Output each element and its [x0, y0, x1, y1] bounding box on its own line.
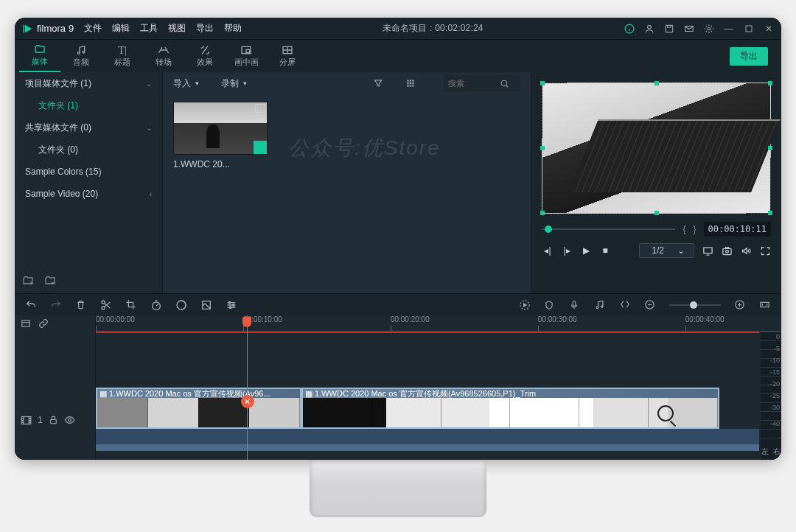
svg-rect-18 [407, 85, 408, 86]
sidebar-item-folder-1[interactable]: 文件夹 (1) [15, 94, 162, 116]
audio-waveform-row[interactable] [96, 429, 759, 451]
playhead-handle[interactable] [242, 317, 251, 327]
timeline-options-icon[interactable] [21, 318, 31, 329]
mark-in-button[interactable]: { [682, 224, 685, 234]
svg-rect-14 [412, 80, 413, 81]
import-dropdown[interactable]: 导入 ▾ [173, 77, 199, 90]
preview-viewport[interactable] [542, 83, 771, 214]
preview-timecode: 00:00:10:11 [704, 222, 771, 237]
filter-icon[interactable] [373, 78, 383, 88]
maximize-icon[interactable] [743, 23, 754, 34]
volume-icon[interactable] [740, 245, 752, 256]
voiceover-icon[interactable] [569, 299, 581, 311]
render-icon[interactable] [519, 299, 531, 311]
time-ruler[interactable]: 00:00:00:00 00:00:10:00 00:00:20:00 00:0… [96, 315, 781, 332]
tab-title[interactable]: T|标题 [102, 40, 143, 72]
zoom-out-icon[interactable] [644, 299, 656, 311]
timeline-clip-1[interactable]: ▦1.WWDC 2020 Mac os 官方宣传视频(Av96... [96, 388, 301, 429]
zoom-slider[interactable] [669, 304, 721, 306]
eye-icon[interactable] [64, 416, 75, 424]
timeline-clip-2[interactable]: ▦1.WWDC 2020 Mac os 官方宣传视频(Av968526605,P… [301, 388, 719, 429]
svg-point-8 [83, 51, 85, 53]
export-button[interactable]: 导出 [730, 47, 768, 66]
search-input[interactable] [444, 75, 520, 91]
minimize-icon[interactable]: — [723, 23, 734, 34]
svg-rect-17 [412, 83, 413, 84]
menu-export[interactable]: 导出 [196, 22, 214, 35]
playhead[interactable]: ✕ [247, 315, 248, 460]
sidebar-item-sample-colors[interactable]: Sample Colors (15) [15, 161, 162, 183]
tab-transition[interactable]: 转场 [143, 40, 184, 72]
svg-point-24 [725, 250, 728, 253]
snapshot-icon[interactable] [721, 245, 733, 256]
display-settings-icon[interactable] [702, 245, 713, 256]
crop-icon[interactable] [125, 299, 137, 311]
settings-icon[interactable] [703, 23, 714, 34]
new-folder-icon[interactable] [22, 275, 34, 287]
tab-media[interactable]: 媒体 [19, 40, 60, 72]
marker-icon[interactable] [544, 299, 556, 311]
project-title: 未命名项目 : 00:02:02:24 [252, 22, 613, 35]
color-icon[interactable] [175, 299, 187, 311]
delete-folder-icon[interactable] [44, 275, 56, 287]
info-icon[interactable] [624, 23, 635, 34]
svg-rect-19 [410, 85, 411, 86]
delete-icon[interactable] [75, 299, 87, 311]
svg-point-31 [232, 304, 234, 306]
media-sidebar: 项目媒体文件 (1)⌄ 文件夹 (1) 共享媒体文件 (0)⌄ 文件夹 (0) … [15, 72, 162, 293]
menu-tools[interactable]: 工具 [140, 22, 158, 35]
sidebar-item-sample-video[interactable]: Sample Video (20)‹ [15, 183, 162, 205]
playback-rate-dropdown[interactable]: 1/2⌄ [639, 243, 694, 258]
svg-point-5 [708, 27, 711, 30]
svg-rect-12 [407, 80, 408, 81]
mail-icon[interactable] [683, 23, 694, 34]
tab-split[interactable]: 分屏 [267, 40, 308, 72]
sidebar-item-shared-media[interactable]: 共享媒体文件 (0)⌄ [15, 116, 162, 139]
mark-out-button[interactable]: } [694, 224, 696, 234]
adjust-icon[interactable] [226, 299, 237, 311]
svg-point-32 [229, 307, 231, 309]
speed-icon[interactable] [150, 299, 162, 311]
sidebar-item-project-media[interactable]: 项目媒体文件 (1)⌄ [15, 72, 162, 94]
fullscreen-icon[interactable] [759, 245, 771, 256]
grid-view-icon[interactable] [405, 78, 416, 88]
preview-panel: { } 00:00:10:11 ◂| |▸ ▶ ■ 1/2⌄ [531, 72, 781, 293]
tab-pip[interactable]: 画中画 [226, 40, 267, 72]
redo-icon[interactable] [50, 299, 62, 311]
zoom-in-icon[interactable] [734, 299, 746, 311]
timeline-tracks[interactable]: 00:00:00:00 00:00:10:00 00:00:20:00 00:0… [96, 315, 781, 460]
tab-audio[interactable]: 音频 [60, 40, 102, 72]
split-at-playhead-button[interactable]: ✕ [241, 395, 254, 408]
preview-scrubber[interactable] [542, 228, 675, 230]
sidebar-item-folder-0[interactable]: 文件夹 (0) [15, 139, 162, 161]
record-dropdown[interactable]: 录制 ▾ [221, 77, 247, 90]
svg-rect-23 [722, 248, 730, 254]
green-screen-icon[interactable] [200, 299, 212, 311]
menu-edit[interactable]: 编辑 [112, 22, 130, 35]
step-back-button[interactable]: |▸ [561, 245, 573, 256]
stop-button[interactable]: ■ [599, 245, 611, 256]
keyframe-icon[interactable] [619, 299, 631, 311]
audio-mixer-icon[interactable] [594, 299, 606, 311]
svg-point-7 [77, 52, 80, 55]
lock-icon[interactable] [49, 415, 58, 425]
save-icon[interactable] [663, 23, 674, 34]
menu-file[interactable]: 文件 [84, 22, 102, 35]
svg-rect-13 [410, 80, 411, 81]
play-button[interactable]: ▶ [580, 245, 592, 256]
zoom-fit-icon[interactable] [759, 299, 771, 311]
menu-view[interactable]: 视图 [168, 22, 186, 35]
scrubber-knob[interactable] [545, 225, 552, 233]
media-clip[interactable]: 1.WWDC 20... [173, 102, 268, 169]
undo-icon[interactable] [25, 299, 37, 311]
menu-help[interactable]: 帮助 [224, 22, 242, 35]
close-icon[interactable]: ✕ [763, 23, 774, 34]
video-track-header[interactable]: 1 [15, 398, 95, 442]
prev-frame-button[interactable]: ◂| [542, 245, 554, 256]
split-icon[interactable] [100, 299, 112, 311]
tab-effect[interactable]: 效果 [184, 40, 226, 72]
zoom-knob[interactable] [690, 301, 697, 309]
svg-point-35 [596, 307, 598, 309]
user-icon[interactable] [643, 23, 654, 34]
link-icon[interactable] [38, 318, 49, 329]
